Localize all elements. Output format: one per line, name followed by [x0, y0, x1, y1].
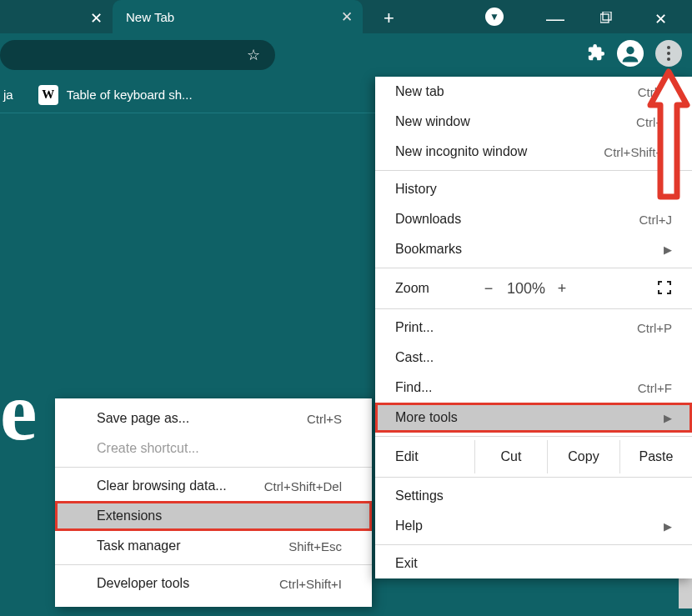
svg-rect-0 — [600, 14, 609, 23]
submenu-save-page[interactable]: Save page as...Ctrl+S — [55, 403, 372, 433]
submenu-create-shortcut: Create shortcut... — [55, 433, 372, 463]
menu-zoom: Zoom − 100% + — [375, 272, 692, 305]
fullscreen-icon[interactable] — [657, 280, 672, 298]
menu-exit[interactable]: Exit — [375, 548, 692, 578]
menu-separator — [375, 544, 692, 545]
tab-close-icon[interactable]: ✕ — [341, 8, 353, 26]
menu-edit: Edit Cut Copy Paste — [375, 440, 692, 473]
bookmark-item-keyboard[interactable]: Table of keyboard sh... — [67, 88, 193, 102]
edit-copy-button[interactable]: Copy — [547, 440, 619, 473]
submenu-developer-tools[interactable]: Developer toolsCtrl+Shift+I — [55, 568, 372, 598]
main-menu: New tabCtrl+T New windowCtrl+N New incog… — [375, 77, 692, 578]
edit-paste-button[interactable]: Paste — [619, 440, 692, 473]
toolbar: ☆ — [0, 33, 692, 77]
menu-find[interactable]: Find...Ctrl+F — [375, 373, 692, 403]
titlebar: ✕ New Tab ✕ + ▼ — ✕ — [0, 0, 692, 33]
chevron-right-icon: ▶ — [664, 520, 672, 533]
menu-incognito[interactable]: New incognito windowCtrl+Shift+N — [375, 137, 692, 167]
submenu-extensions[interactable]: Extensions — [55, 501, 372, 531]
menu-bookmarks[interactable]: Bookmarks▶ — [375, 234, 692, 264]
profile-icon[interactable] — [617, 40, 644, 67]
address-bar[interactable]: ☆ — [0, 40, 275, 70]
tab-title: New Tab — [126, 10, 174, 24]
bookmark-star-icon[interactable]: ☆ — [247, 46, 260, 64]
menu-cast[interactable]: Cast... — [375, 343, 692, 373]
menu-separator — [375, 436, 692, 437]
menu-history[interactable]: History▶ — [375, 174, 692, 204]
menu-help[interactable]: Help▶ — [375, 511, 692, 541]
zoom-in-button[interactable]: + — [544, 280, 580, 298]
menu-separator — [375, 170, 692, 171]
edit-cut-button[interactable]: Cut — [474, 440, 547, 473]
svg-point-3 — [626, 47, 634, 54]
wikipedia-favicon-icon: W — [38, 85, 58, 105]
menu-settings[interactable]: Settings — [375, 481, 692, 511]
bookmark-item-partial[interactable]: ja — [3, 88, 13, 102]
window-maximize-button[interactable] — [600, 12, 612, 26]
chevron-right-icon: ▶ — [664, 243, 672, 256]
svg-rect-1 — [603, 12, 611, 20]
extensions-icon[interactable] — [587, 43, 605, 67]
submenu-task-manager[interactable]: Task managerShift+Esc — [55, 531, 372, 561]
scrollbar[interactable] — [679, 575, 692, 608]
prev-tab-close-icon[interactable]: ✕ — [90, 9, 103, 28]
new-tab-button[interactable]: + — [384, 8, 394, 29]
background-logo-icon: e — [0, 363, 32, 459]
menu-separator — [375, 268, 692, 268]
menu-separator — [375, 308, 692, 309]
menu-new-tab[interactable]: New tabCtrl+T — [375, 77, 692, 107]
window-minimize-button[interactable]: — — [546, 8, 564, 30]
menu-separator — [375, 477, 692, 478]
menu-new-window[interactable]: New windowCtrl+N — [375, 107, 692, 137]
tab-search-icon[interactable]: ▼ — [485, 8, 504, 26]
tab-active[interactable]: New Tab ✕ — [113, 0, 363, 33]
menu-downloads[interactable]: DownloadsCtrl+J — [375, 204, 692, 234]
menu-more-tools[interactable]: More tools▶ — [375, 403, 692, 433]
window-close-button[interactable]: ✕ — [654, 10, 667, 28]
zoom-out-button[interactable]: − — [470, 280, 507, 298]
menu-print[interactable]: Print...Ctrl+P — [375, 313, 692, 343]
annotation-arrow-icon — [647, 68, 690, 202]
zoom-value: 100% — [507, 280, 544, 298]
more-tools-submenu: Save page as...Ctrl+S Create shortcut...… — [55, 398, 372, 607]
menu-separator — [55, 467, 372, 468]
submenu-clear-browsing[interactable]: Clear browsing data...Ctrl+Shift+Del — [55, 471, 372, 501]
kebab-menu-button[interactable] — [655, 40, 682, 67]
chevron-right-icon: ▶ — [664, 412, 672, 424]
menu-separator — [55, 564, 372, 565]
